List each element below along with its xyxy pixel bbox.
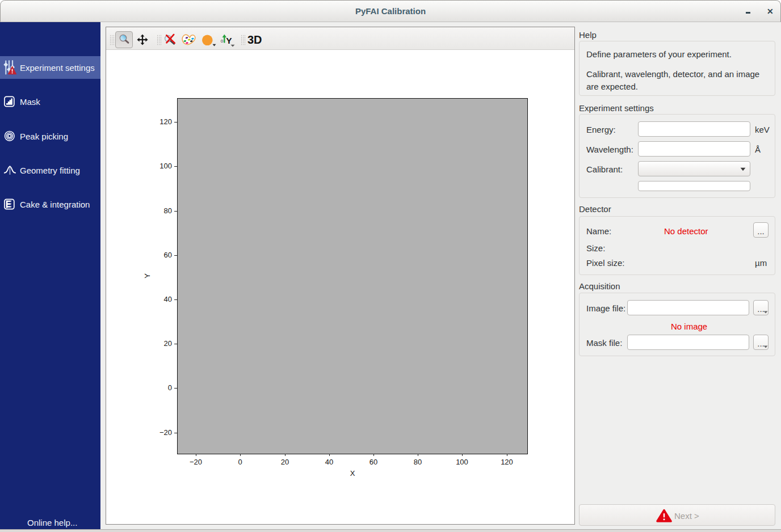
svg-text:0: 0 <box>221 39 224 44</box>
